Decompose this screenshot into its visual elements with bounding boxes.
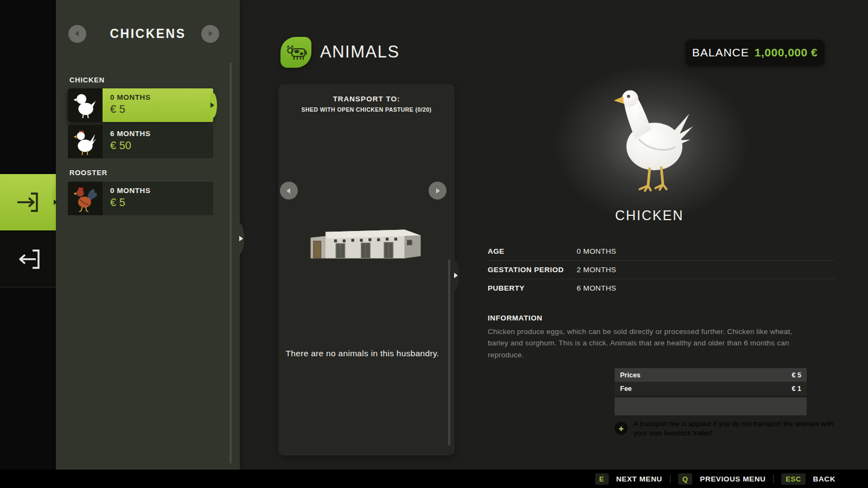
arrow-out-of-bracket-icon <box>14 245 42 273</box>
back-label: BACK <box>813 475 835 483</box>
husbandry-expand-notch[interactable] <box>450 260 459 291</box>
stat-label: GESTATION PERIOD <box>488 266 577 274</box>
bar-separator <box>670 474 671 483</box>
stat-value: 2 MONTHS <box>577 266 616 274</box>
transport-fee-note: + A transport fee is applied if you do n… <box>615 420 835 438</box>
sidebar-tab-sell[interactable] <box>0 231 56 287</box>
animal-price: € 5 <box>110 103 151 115</box>
category-label-rooster: ROOSTER <box>69 169 107 177</box>
hen-icon <box>68 125 103 158</box>
rooster-icon <box>68 182 103 215</box>
chicken-preview-image <box>599 84 700 197</box>
previous-menu-label: PREVIOUS MENU <box>700 475 765 483</box>
balance-display: BALANCE 1,000,000 € <box>685 40 825 66</box>
stat-label: AGE <box>488 247 577 255</box>
transport-to-label: TRANSPORT TO: <box>278 95 455 103</box>
stat-label: PUBERTY <box>488 284 577 292</box>
animal-price: € 5 <box>110 196 151 209</box>
key-q[interactable]: Q <box>678 473 693 485</box>
fee-note-text: A transport fee is applied if you do not… <box>634 420 835 438</box>
information-text: Chicken produce eggs, which can be sold … <box>488 326 809 361</box>
animal-list-item-chicken-0-months[interactable]: 0 MONTHS € 5 <box>68 88 213 122</box>
stat-value: 0 MONTHS <box>577 247 616 255</box>
prev-category-button[interactable] <box>68 25 86 43</box>
husbandry-building-image <box>308 224 423 266</box>
price-label: Prices <box>620 371 641 379</box>
page-title: ANIMALS <box>320 42 400 62</box>
animal-price: € 50 <box>110 139 151 152</box>
animal-age: 0 MONTHS <box>110 187 151 195</box>
price-table: Prices € 5 Fee € 1 <box>615 368 807 415</box>
key-esc[interactable]: ESC <box>781 473 805 485</box>
selected-item-arrow-icon <box>210 102 214 108</box>
stat-row-age: AGE 0 MONTHS <box>488 242 835 261</box>
arrow-into-bracket-icon <box>14 188 42 216</box>
balance-value: 1,000,000 € <box>755 46 818 59</box>
next-husbandry-button[interactable] <box>429 182 446 200</box>
chevron-right-icon <box>209 31 213 36</box>
animal-stats-table: AGE 0 MONTHS GESTATION PERIOD 2 MONTHS P… <box>488 242 835 297</box>
price-value: € 1 <box>792 385 801 393</box>
bar-separator <box>773 474 774 483</box>
price-value: € 5 <box>792 371 801 379</box>
next-category-button[interactable] <box>201 25 219 43</box>
husbandry-scrollbar[interactable] <box>448 259 450 446</box>
expand-arrow-icon <box>454 273 458 278</box>
chevron-right-icon <box>436 188 440 194</box>
information-heading: INFORMATION <box>488 314 542 322</box>
animal-age: 6 MONTHS <box>110 130 151 138</box>
animal-list-item-chicken-6-months[interactable]: 6 MONTHS € 50 <box>68 125 213 158</box>
list-scrollbar[interactable] <box>229 62 232 464</box>
buy-tab-arrow-icon <box>54 200 58 205</box>
prev-husbandry-button[interactable] <box>280 182 298 200</box>
sidebar-divider <box>0 287 56 287</box>
list-panel-title: CHICKENS <box>110 27 186 41</box>
stat-row-puberty: PUBERTY 6 MONTHS <box>488 279 835 297</box>
balance-label: BALANCE <box>692 46 749 59</box>
animal-list-item-rooster-0-months[interactable]: 0 MONTHS € 5 <box>68 182 213 215</box>
animal-detail-title: CHICKEN <box>568 208 731 223</box>
sidebar-tab-buy[interactable] <box>0 174 56 230</box>
chick-icon <box>68 88 103 122</box>
cow-icon <box>285 42 307 63</box>
price-row-fee: Fee € 1 <box>615 382 807 395</box>
stat-value: 6 MONTHS <box>577 284 616 292</box>
price-label: Fee <box>620 385 632 393</box>
price-total-box <box>615 397 807 415</box>
chevron-left-icon <box>75 31 79 36</box>
expand-arrow-icon <box>239 236 243 241</box>
husbandry-panel: TRANSPORT TO: SHED WITH OPEN CHICKEN PAS… <box>278 84 455 455</box>
transport-destination: SHED WITH OPEN CHICKEN PASTURE (0/20) <box>278 106 455 113</box>
list-panel-header: CHICKENS <box>56 22 240 46</box>
animals-menu-icon <box>280 37 311 68</box>
price-row-prices: Prices € 5 <box>615 368 807 382</box>
next-menu-label: NEXT MENU <box>616 475 662 483</box>
plus-icon: + <box>615 422 628 435</box>
empty-husbandry-message: There are no animals in this husbandry. <box>278 349 446 358</box>
animal-age: 0 MONTHS <box>110 93 151 101</box>
chevron-left-icon <box>286 188 290 194</box>
keybind-bar: E NEXT MENU Q PREVIOUS MENU ESC BACK <box>0 470 868 488</box>
animal-list-panel: CHICKENS CHICKEN 0 MONTHS € 5 <box>56 0 240 470</box>
category-label-chicken: CHICKEN <box>69 76 105 84</box>
key-e[interactable]: E <box>595 473 609 485</box>
stat-row-gestation: GESTATION PERIOD 2 MONTHS <box>488 261 835 279</box>
panel-expand-notch[interactable] <box>235 223 244 254</box>
